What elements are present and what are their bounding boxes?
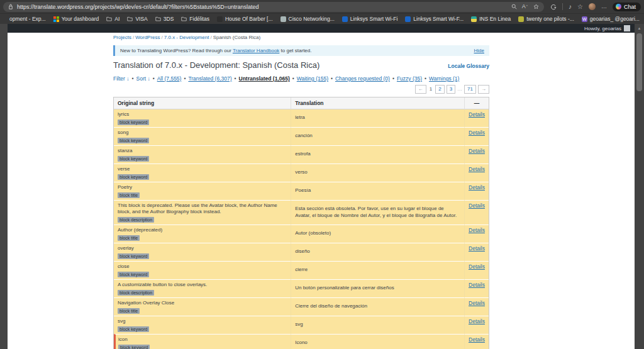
collections-icon[interactable]: ☆	[577, 4, 583, 10]
translation-string[interactable]: verso	[291, 163, 464, 182]
translator-handbook-link[interactable]: Translator Handbook	[233, 48, 279, 53]
bookmark-item[interactable]: Your dashboard	[50, 15, 103, 23]
pagination: ←123…71→	[113, 85, 489, 94]
details-link[interactable]: Details	[469, 184, 485, 191]
bookmark-item[interactable]: Linksys Smart Wi-Fi	[339, 15, 401, 23]
breadcrumb-link[interactable]: WordPress	[135, 35, 160, 40]
translation-string[interactable]: Poesía	[291, 182, 464, 200]
translation-row[interactable]: Author (deprecated) block title Autor (o…	[114, 224, 489, 243]
translation-row[interactable]: This block is deprecated. Please use the…	[114, 200, 489, 224]
scrollbar-thumb[interactable]	[636, 33, 642, 91]
bookmark-item[interactable]: Linksys Smart Wi-F...	[402, 15, 467, 23]
translation-row[interactable]: verse block keyword verso Details	[114, 163, 489, 182]
lock-icon[interactable]	[8, 4, 13, 9]
translation-row[interactable]: svg block keyword svg Details	[114, 316, 489, 334]
chat-button[interactable]: Chat	[613, 3, 641, 11]
translation-row[interactable]: overlay block keyword diseño Details	[114, 243, 489, 261]
filter-toggle[interactable]: Filter ↓	[113, 75, 130, 82]
translation-string[interactable]: Autor (obsoleto)	[291, 224, 464, 243]
filter-link[interactable]: Untranslated (1,065)	[239, 75, 290, 82]
details-link[interactable]: Details	[469, 111, 485, 118]
translation-string[interactable]: diseño	[291, 243, 464, 261]
translation-row[interactable]: icon block keyword Icono Details	[114, 334, 489, 349]
profile-avatar[interactable]	[589, 3, 596, 10]
details-link[interactable]: Details	[469, 227, 485, 233]
translation-row[interactable]: A customizable button to close overlays.…	[114, 279, 489, 297]
hide-notice-link[interactable]: Hide	[474, 48, 484, 53]
details-link[interactable]: Details	[469, 318, 485, 324]
more-menu-icon[interactable]: …	[601, 4, 607, 9]
filter-link[interactable]: All (7,555)	[157, 75, 182, 82]
context-badge: block keyword	[118, 272, 149, 277]
bookmark-label: 3DS	[164, 16, 174, 22]
bookmark-label: AI	[114, 16, 119, 22]
details-link[interactable]: Details	[469, 300, 485, 306]
translation-row[interactable]: lyrics block keyword letra Details	[114, 109, 489, 127]
details-link[interactable]: Details	[469, 245, 485, 252]
details-link[interactable]: Details	[469, 166, 485, 172]
read-aloud-icon[interactable]: A⌃	[522, 4, 528, 9]
translation-string[interactable]: estrofa	[291, 145, 464, 163]
details-link[interactable]: Details	[469, 130, 485, 136]
bookmark-item[interactable]: House Of Barber [...	[214, 15, 276, 23]
bookmark-item[interactable]: W geoarias_ @geoari...	[579, 15, 643, 23]
translation-row[interactable]: close block keyword cierre Details	[114, 261, 489, 279]
bookmark-item[interactable]: INS En Linea	[468, 15, 514, 23]
details-link[interactable]: Details	[469, 202, 485, 209]
favorite-star-icon[interactable]	[533, 4, 539, 9]
details-link[interactable]: Details	[469, 263, 485, 270]
url-text[interactable]: https://translate.wordpress.org/projects…	[17, 4, 508, 10]
bookmark-item[interactable]: VISA	[124, 15, 150, 23]
translation-string[interactable]: letra	[291, 109, 464, 127]
translation-row[interactable]: Navigation Overlay Close block title Cie…	[114, 297, 489, 316]
original-string: lyrics	[118, 111, 287, 118]
bookmark-item[interactable]: Fidélitas	[178, 15, 213, 23]
scrollbar-up-arrow[interactable]: ▲	[635, 24, 644, 30]
pagination-arrow[interactable]: →	[478, 85, 489, 94]
translation-string[interactable]: canción	[291, 127, 464, 145]
filter-link[interactable]: Fuzzy (35)	[397, 75, 422, 82]
bookmark-favicon	[53, 16, 59, 22]
breadcrumb-link[interactable]: Projects	[113, 35, 131, 40]
translation-string[interactable]: cierre	[291, 261, 464, 279]
filter-link[interactable]: Changes requested (0)	[335, 75, 390, 82]
original-string: This block is deprecated. Please use the…	[118, 202, 287, 215]
details-link[interactable]: Details	[469, 282, 485, 288]
translation-string[interactable]: Cierre del diseño de navegación	[291, 297, 464, 316]
search-icon[interactable]	[511, 4, 517, 9]
bookmark-item[interactable]: AI	[103, 15, 123, 23]
translation-string[interactable]: Icono	[291, 334, 464, 349]
page-scrollbar[interactable]: ▲	[635, 24, 644, 349]
translation-row[interactable]: song block keyword canción Details	[114, 127, 489, 145]
address-bar[interactable]: https://translate.wordpress.org/projects…	[3, 2, 544, 12]
original-string: song	[118, 130, 287, 136]
translation-string[interactable]: Un botón personalizable para cerrar dise…	[291, 279, 464, 297]
account-avatar[interactable]	[624, 25, 630, 31]
breadcrumb-link[interactable]: 7.0.x - Development	[164, 35, 209, 40]
pagination-page[interactable]: 71	[464, 85, 476, 94]
pagination-page[interactable]: 2	[435, 85, 444, 94]
translation-row[interactable]: Poetry block title Poesía Details	[114, 182, 489, 200]
filter-link[interactable]: Translated (6,307)	[188, 75, 231, 82]
howdy-account-link[interactable]: Howdy, geoarias	[584, 26, 621, 31]
original-string: A customizable button to close overlays.	[118, 282, 287, 288]
bookmark-favicon	[106, 16, 112, 22]
bookmark-item[interactable]: Cisco Networking...	[277, 15, 338, 23]
details-link[interactable]: Details	[469, 148, 485, 154]
media-controls-icon[interactable]: ♪	[569, 4, 572, 10]
bookmark-item[interactable]: twenty one pilots -...	[515, 15, 577, 23]
translation-row[interactable]: stanza block keyword estrofa Details	[114, 145, 489, 163]
bookmark-item[interactable]: opment - Exp...	[4, 15, 49, 23]
filter-link[interactable]: Waiting (155)	[297, 75, 328, 82]
translation-string[interactable]: svg	[291, 316, 464, 334]
browser-essentials-icon[interactable]	[550, 4, 557, 10]
locale-glossary-link[interactable]: Locale Glossary	[448, 63, 489, 69]
filter-link[interactable]: Warnings (1)	[429, 75, 459, 82]
pagination-page[interactable]: 3	[447, 85, 455, 94]
sort-toggle[interactable]: Sort ↓	[136, 75, 150, 82]
details-link[interactable]: Details	[469, 336, 485, 343]
pagination-arrow[interactable]: ←	[415, 85, 426, 94]
translation-string[interactable]: Esta sección está obsoleta. Por favor, u…	[291, 200, 464, 224]
original-string: overlay	[118, 245, 287, 252]
bookmark-item[interactable]: 3DS	[152, 15, 177, 23]
